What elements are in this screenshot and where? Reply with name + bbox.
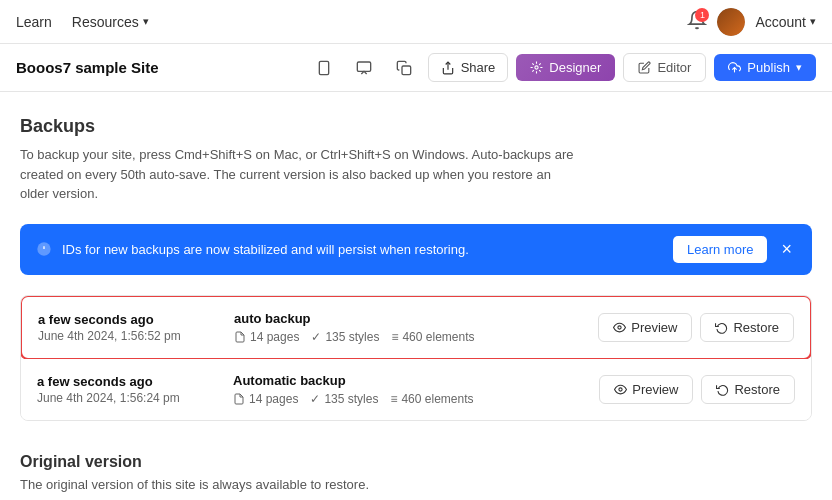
backup-relative-time-2: a few seconds ago bbox=[37, 374, 217, 389]
backup-meta-1: 14 pages ✓ 135 styles ≡ 460 elements bbox=[234, 330, 582, 344]
desktop-icon bbox=[356, 60, 372, 76]
info-banner-1-text: IDs for new backups are now stabilized a… bbox=[62, 242, 663, 257]
backup-info-2: Automatic backup 14 pages ✓ 135 styles ≡… bbox=[233, 373, 583, 406]
backup-relative-time-1: a few seconds ago bbox=[38, 312, 218, 327]
preview-btn-2[interactable]: Preview bbox=[599, 375, 693, 404]
backup-actions-2: Preview Restore bbox=[599, 375, 795, 404]
backup-pages-2: 14 pages bbox=[233, 392, 298, 406]
backup-actions-1: Preview Restore bbox=[598, 313, 794, 342]
backup-elements-2: ≡ 460 elements bbox=[390, 392, 473, 406]
account-label-text: Account bbox=[755, 14, 806, 30]
top-nav-left: Learn Resources ▾ bbox=[16, 14, 149, 30]
restore-btn-1[interactable]: Restore bbox=[700, 313, 794, 342]
elements-icon-1: ≡ bbox=[391, 330, 398, 344]
desktop-view-button[interactable] bbox=[348, 52, 380, 84]
site-name: Booos7 sample Site bbox=[16, 59, 159, 76]
original-version-desc: The original version of this site is alw… bbox=[20, 477, 812, 492]
learn-more-btn-1[interactable]: Learn more bbox=[673, 236, 767, 263]
account-chevron: ▾ bbox=[810, 15, 816, 28]
restore-btn-2[interactable]: Restore bbox=[701, 375, 795, 404]
user-avatar[interactable] bbox=[717, 8, 745, 36]
backup-row-1: a few seconds ago June 4th 2024, 1:56:52… bbox=[20, 295, 812, 360]
page-title: Backups bbox=[20, 116, 812, 137]
notification-bell[interactable]: 1 bbox=[687, 10, 707, 33]
styles-count-1: 135 styles bbox=[325, 330, 379, 344]
account-menu[interactable]: Account ▾ bbox=[755, 14, 816, 30]
elements-count-2: 460 elements bbox=[401, 392, 473, 406]
svg-point-11 bbox=[619, 387, 622, 390]
resources-chevron: ▾ bbox=[143, 15, 149, 28]
publish-button[interactable]: Publish ▾ bbox=[714, 54, 816, 81]
svg-point-10 bbox=[618, 325, 621, 328]
info-icon-1 bbox=[36, 241, 52, 257]
top-nav-right: 1 Account ▾ bbox=[687, 8, 816, 36]
editor-icon bbox=[638, 61, 651, 74]
styles-count-2: 135 styles bbox=[324, 392, 378, 406]
publish-icon bbox=[728, 61, 741, 74]
backup-elements-1: ≡ 460 elements bbox=[391, 330, 474, 344]
page-description: To backup your site, press Cmd+Shift+S o… bbox=[20, 145, 580, 204]
svg-rect-3 bbox=[402, 66, 411, 75]
avatar-image bbox=[717, 8, 745, 36]
backup-absolute-time-2: June 4th 2024, 1:56:24 pm bbox=[37, 391, 217, 405]
preview-label-2: Preview bbox=[632, 382, 678, 397]
copy-icon bbox=[396, 60, 412, 76]
backup-absolute-time-1: June 4th 2024, 1:56:52 pm bbox=[38, 329, 218, 343]
editor-label: Editor bbox=[657, 60, 691, 75]
nav-resources[interactable]: Resources ▾ bbox=[72, 14, 149, 30]
backup-time-2: a few seconds ago June 4th 2024, 1:56:24… bbox=[37, 374, 217, 405]
main-content: Backups To backup your site, press Cmd+S… bbox=[0, 92, 832, 500]
restore-icon-2 bbox=[716, 383, 729, 396]
nav-learn[interactable]: Learn bbox=[16, 14, 52, 30]
backup-row-2: a few seconds ago June 4th 2024, 1:56:24… bbox=[21, 359, 811, 420]
page-icon-2 bbox=[233, 393, 245, 405]
original-version-title: Original version bbox=[20, 453, 812, 471]
designer-icon bbox=[530, 61, 543, 74]
designer-label: Designer bbox=[549, 60, 601, 75]
restore-icon-1 bbox=[715, 321, 728, 334]
secondary-toolbar: Booos7 sample Site Share bbox=[0, 44, 832, 92]
backup-meta-2: 14 pages ✓ 135 styles ≡ 460 elements bbox=[233, 392, 583, 406]
designer-button[interactable]: Designer bbox=[516, 54, 615, 81]
page-icon bbox=[234, 331, 246, 343]
elements-count-1: 460 elements bbox=[402, 330, 474, 344]
eye-icon-1 bbox=[613, 321, 626, 334]
top-nav: Learn Resources ▾ 1 Account ▾ bbox=[0, 0, 832, 44]
backup-info-1: auto backup 14 pages ✓ 135 styles ≡ 460 … bbox=[234, 311, 582, 344]
checkmark-1: ✓ bbox=[311, 330, 321, 344]
toolbar-actions: Share Designer Editor Publish ▾ bbox=[308, 52, 816, 84]
pages-count-2: 14 pages bbox=[249, 392, 298, 406]
svg-rect-2 bbox=[357, 62, 370, 71]
close-banner-1[interactable]: × bbox=[777, 240, 796, 258]
mobile-icon bbox=[316, 60, 332, 76]
pages-count-1: 14 pages bbox=[250, 330, 299, 344]
backup-time-1: a few seconds ago June 4th 2024, 1:56:52… bbox=[38, 312, 218, 343]
share-label: Share bbox=[461, 60, 496, 75]
share-icon bbox=[441, 61, 455, 75]
restore-label-2: Restore bbox=[734, 382, 780, 397]
share-button[interactable]: Share bbox=[428, 53, 509, 82]
backup-pages-1: 14 pages bbox=[234, 330, 299, 344]
resources-label: Resources bbox=[72, 14, 139, 30]
editor-button[interactable]: Editor bbox=[623, 53, 706, 82]
backup-name-2: Automatic backup bbox=[233, 373, 583, 388]
backup-list: a few seconds ago June 4th 2024, 1:56:52… bbox=[20, 295, 812, 421]
copy-button[interactable] bbox=[388, 52, 420, 84]
svg-point-5 bbox=[535, 66, 538, 69]
checkmark-2: ✓ bbox=[310, 392, 320, 406]
info-banner-1: IDs for new backups are now stabilized a… bbox=[20, 224, 812, 275]
restore-label-1: Restore bbox=[733, 320, 779, 335]
backup-name-1: auto backup bbox=[234, 311, 582, 326]
backup-styles-2: ✓ 135 styles bbox=[310, 392, 378, 406]
svg-rect-0 bbox=[319, 61, 328, 74]
preview-label-1: Preview bbox=[631, 320, 677, 335]
mobile-view-button[interactable] bbox=[308, 52, 340, 84]
elements-icon-2: ≡ bbox=[390, 392, 397, 406]
publish-label: Publish bbox=[747, 60, 790, 75]
eye-icon-2 bbox=[614, 383, 627, 396]
backup-styles-1: ✓ 135 styles bbox=[311, 330, 379, 344]
publish-chevron: ▾ bbox=[796, 61, 802, 74]
preview-btn-1[interactable]: Preview bbox=[598, 313, 692, 342]
